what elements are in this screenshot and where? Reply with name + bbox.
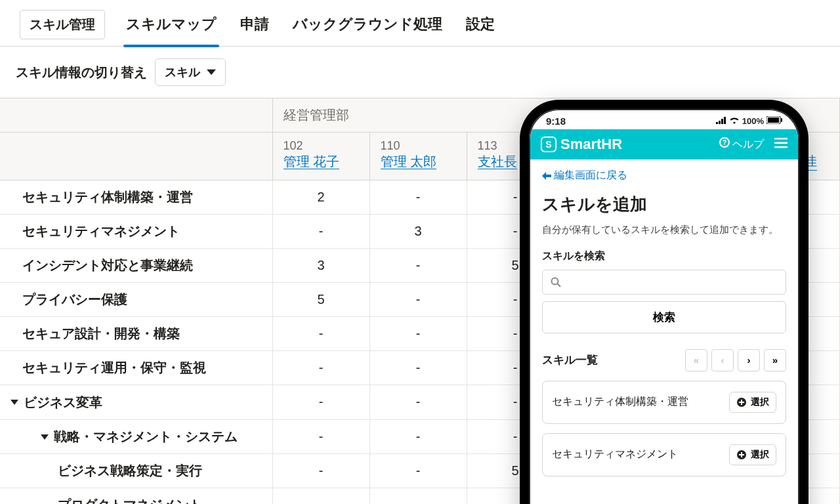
skill-value: - [272, 215, 369, 249]
skill-value: - [369, 419, 467, 454]
filter-label: スキル情報の切り替え [16, 64, 147, 81]
help-label: ヘルプ [732, 138, 764, 150]
employee-link[interactable]: 管理 太郎 [381, 154, 437, 169]
search-icon [551, 277, 561, 287]
skill-value: - [369, 385, 467, 420]
skill-value: - [369, 249, 467, 283]
select-label: 選択 [751, 449, 769, 461]
brand-logo-icon: S [541, 136, 556, 152]
employee-header: 102 管理 花子 [272, 133, 369, 180]
skill-value: - [369, 283, 467, 317]
employee-id: 110 [381, 139, 456, 153]
question-circle-icon: ? [719, 137, 730, 148]
search-input[interactable] [542, 270, 786, 295]
row-label: セキュリティ運用・保守・監視 [22, 359, 206, 377]
skill-value: - [369, 454, 467, 488]
plus-circle-icon [736, 450, 747, 460]
plus-circle-icon [736, 397, 747, 408]
battery-icon [766, 116, 782, 126]
svg-rect-11 [774, 146, 788, 148]
skill-value: - [272, 419, 369, 454]
expand-caret-icon[interactable] [10, 400, 18, 405]
select-skill-button[interactable]: 選択 [729, 444, 776, 465]
row-label: プライバシー保護 [22, 291, 127, 308]
select-label: 選択 [751, 396, 769, 408]
status-time: 9:18 [546, 116, 566, 127]
skill-item: セキュリティ体制構築・運営 選択 [542, 381, 786, 424]
search-label: スキルを検索 [542, 249, 786, 263]
expand-caret-icon[interactable] [41, 434, 49, 440]
pager-prev[interactable]: ‹ [711, 349, 734, 371]
skill-value: - [369, 180, 467, 215]
page-title: スキルを追加 [542, 193, 786, 216]
select-skill-button[interactable]: 選択 [729, 392, 776, 413]
skill-value: 2 [272, 180, 369, 215]
pager-first[interactable]: « [685, 349, 707, 371]
svg-rect-0 [716, 122, 718, 124]
pager: « ‹ › » [685, 349, 786, 371]
svg-line-13 [558, 284, 561, 287]
menu-icon[interactable] [774, 138, 788, 151]
row-label: ビジネス変革 [24, 394, 102, 411]
tab-skill-management[interactable]: スキル管理 [20, 10, 105, 39]
search-button[interactable]: 検索 [542, 301, 786, 333]
skill-value: - [272, 488, 369, 505]
filter-row: スキル情報の切り替え スキル [0, 47, 840, 98]
tab-application[interactable]: 申請 [238, 9, 272, 46]
svg-rect-6 [781, 118, 782, 122]
row-label: プロダクトマネジメント [58, 496, 202, 504]
help-link[interactable]: ? ヘルプ [719, 137, 764, 152]
skill-item: セキュリティマネジメント 選択 [542, 433, 786, 476]
skill-value: - [369, 488, 467, 505]
svg-rect-5 [768, 117, 779, 123]
skill-value: 3 [369, 215, 467, 249]
skill-value: - [272, 454, 369, 488]
tab-settings[interactable]: 設定 [463, 9, 497, 46]
pager-next[interactable]: › [738, 349, 760, 371]
svg-rect-2 [721, 119, 723, 124]
skill-item-name: セキュリティマネジメント [552, 448, 678, 461]
employee-link[interactable]: 管理 花子 [284, 154, 340, 169]
svg-point-12 [552, 278, 558, 284]
brand-name: SmartHR [560, 136, 622, 153]
signal-icon [716, 116, 726, 126]
phone-mockup: 9:18 100% S SmartHR ? [520, 100, 808, 504]
row-label: ビジネス戦略策定・実行 [58, 462, 202, 480]
tab-skill-map[interactable]: スキルマップ [123, 9, 219, 46]
svg-rect-3 [724, 117, 726, 124]
back-link-label: 編集画面に戻る [554, 169, 627, 182]
app-bar: S SmartHR ? ヘルプ [530, 129, 798, 159]
status-bar: 9:18 100% [530, 110, 798, 129]
skill-info-select[interactable]: スキル [155, 58, 226, 86]
pager-last[interactable]: » [764, 349, 786, 371]
row-label: 戦略・マネジメント・システム [54, 428, 238, 446]
employee-header: 110 管理 太郎 [369, 133, 467, 180]
skill-value: - [272, 351, 369, 385]
top-tabs: スキル管理 スキルマップ 申請 バックグラウンド処理 設定 [0, 0, 840, 47]
wifi-icon [729, 116, 740, 126]
back-link[interactable]: 編集画面に戻る [542, 169, 627, 182]
svg-rect-10 [774, 142, 788, 144]
employee-id: 102 [284, 139, 359, 153]
tab-background-processing[interactable]: バックグラウンド処理 [290, 9, 445, 46]
brand: S SmartHR [541, 136, 622, 153]
row-label: インシデント対応と事業継続 [22, 257, 193, 274]
chevron-down-icon [207, 68, 216, 77]
svg-text:?: ? [722, 139, 726, 146]
skill-item-name: セキュリティ体制構築・運営 [552, 395, 688, 409]
skill-value: 3 [272, 249, 369, 283]
battery-percent: 100% [742, 116, 764, 126]
skill-value: - [369, 351, 467, 385]
employee-link[interactable]: 支社長 [478, 154, 517, 169]
svg-rect-9 [774, 138, 788, 140]
row-label: セキュリティ体制構築・運営 [22, 188, 193, 206]
row-label: セキュリティマネジメント [22, 222, 180, 240]
skill-value: - [369, 317, 467, 351]
svg-rect-1 [719, 121, 721, 124]
skill-value: - [272, 317, 369, 351]
arrow-left-icon [542, 172, 551, 180]
page-description: 自分が保有しているスキルを検索して追加できます。 [542, 222, 786, 238]
skill-value: 5 [272, 283, 369, 317]
skill-value: - [272, 385, 369, 420]
row-label: セキュア設計・開発・構築 [22, 325, 180, 343]
